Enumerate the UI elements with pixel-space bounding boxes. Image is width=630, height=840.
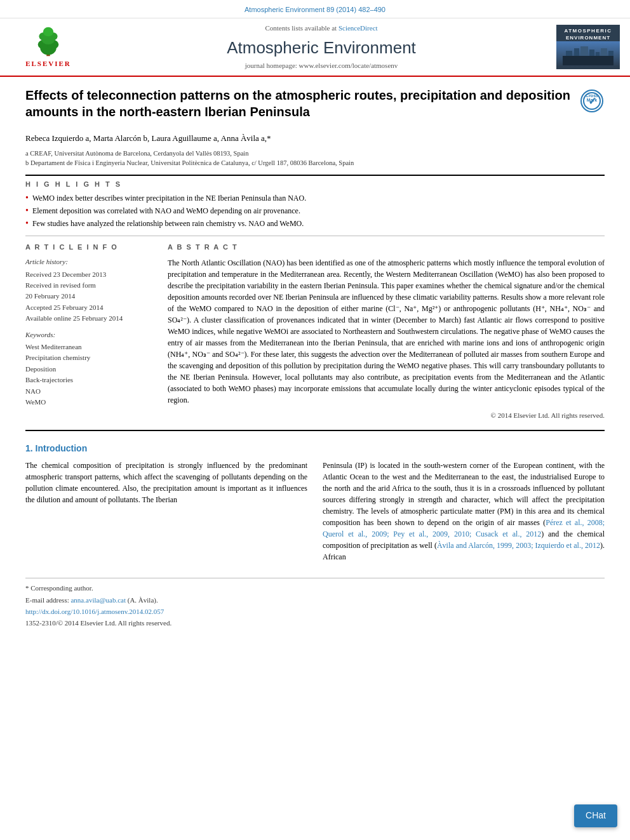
elsevier-wordmark: ELSEVIER (25, 59, 71, 69)
keyword-5: NAO (25, 387, 152, 396)
svg-text:Cross: Cross (586, 93, 598, 98)
abstract-col: A B S T R A C T The North Atlantic Oscil… (168, 243, 605, 421)
svg-rect-15 (608, 51, 613, 56)
contents-line: Contents lists available at ScienceDirec… (86, 23, 556, 33)
footnote-issn: 1352-2310/© 2014 Elsevier Ltd. All right… (25, 618, 605, 628)
crossmark-area: ✓ Cross Mark (579, 90, 605, 112)
issn-text: 1352-2310/© 2014 Elsevier Ltd. All right… (25, 619, 171, 627)
history-label: Article history: (25, 257, 152, 267)
journal-citation: Atmospheric Environment 89 (2014) 482–49… (245, 6, 385, 13)
abstract-label: A B S T R A C T (168, 243, 605, 252)
footnote-doi: http://dx.doi.org/10.1016/j.atmosenv.201… (25, 607, 605, 617)
abstract-text: The North Atlantic Oscillation (NAO) has… (168, 257, 605, 406)
footnote-section: * Corresponding author. E-mail address: … (25, 578, 605, 629)
authors: Rebeca Izquierdo a, Marta Alarcón b, Lau… (25, 133, 605, 144)
highlights-label: H I G H L I G H T S (25, 180, 605, 189)
history-item-5: Available online 25 February 2014 (25, 314, 152, 323)
elsevier-logo: ELSEVIER (25, 26, 71, 69)
article-info-col: A R T I C L E I N F O Article history: R… (25, 243, 152, 421)
crossmark-icon: ✓ Cross Mark (582, 91, 601, 110)
corresponding-label: * Corresponding author. (25, 584, 93, 592)
history-item-1: Received 23 December 2013 (25, 270, 152, 279)
intro-para-2: Peninsula (IP) is located in the south-w… (323, 460, 605, 563)
svg-rect-13 (596, 52, 600, 56)
chat-button[interactable]: CHat (574, 804, 617, 827)
svg-text:Mark: Mark (587, 98, 597, 102)
footnote-corresponding: * Corresponding author. (25, 583, 605, 593)
highlight-text-2: Element deposition was correlated with N… (32, 206, 300, 217)
introduction-section: 1. Introduction The chemical composition… (25, 443, 605, 568)
keywords-label: Keywords: (25, 330, 152, 340)
divider-2 (25, 430, 605, 431)
highlight-item-3: • Few studies have analyzed the relation… (25, 218, 605, 229)
svg-point-7 (43, 27, 53, 36)
badge-line2: ENVIRONMENT (566, 34, 610, 41)
affiliation-b: b Departament de Física i Enginyeria Nuc… (25, 158, 605, 168)
svg-rect-11 (580, 46, 588, 56)
bullet-icon-3: • (25, 218, 29, 229)
intro-para-1: The chemical composition of precipitatio… (25, 460, 307, 505)
highlight-item-2: • Element deposition was correlated with… (25, 206, 605, 217)
intro-title: 1. Introduction (25, 443, 605, 455)
svg-rect-14 (601, 48, 607, 56)
affiliation-a: a CREAF, Universitat Autònoma de Barcelo… (25, 149, 605, 159)
highlight-item-1: • WeMO index better describes winter pre… (25, 193, 605, 204)
divider-1 (25, 236, 605, 236)
history-item-4: Accepted 25 February 2014 (25, 303, 152, 312)
journal-title: Atmospheric Environment (86, 36, 556, 59)
doi-link[interactable]: http://dx.doi.org/10.1016/j.atmosenv.201… (25, 608, 164, 615)
intro-two-col: The chemical composition of precipitatio… (25, 460, 605, 568)
bullet-icon-2: • (25, 206, 29, 217)
highlight-text-1: WeMO index better describes winter preci… (32, 193, 306, 204)
crossmark-badge: ✓ Cross Mark (580, 90, 603, 112)
keyword-1: West Mediterranean (25, 342, 152, 352)
email-label: E-mail address: (25, 596, 69, 604)
intro-col-1: The chemical composition of precipitatio… (25, 460, 307, 568)
keyword-3: Deposition (25, 364, 152, 374)
journal-header-center: Contents lists available at ScienceDirec… (86, 23, 556, 70)
ref-link-2[interactable]: Àvila and Alarcón, 1999, 2003; Izquierdo… (437, 541, 600, 550)
history-item-3: 20 February 2014 (25, 291, 152, 301)
article-info-label: A R T I C L E I N F O (25, 243, 152, 252)
email-link[interactable]: anna.avila@uab.cat (70, 596, 125, 604)
intro-col-2: Peninsula (IP) is located in the south-w… (323, 460, 605, 568)
svg-rect-12 (589, 50, 594, 56)
svg-rect-8 (563, 56, 613, 65)
keyword-6: WeMO (25, 397, 152, 407)
history-item-2: Received in revised form (25, 281, 152, 290)
journal-homepage: journal homepage: www.elsevier.com/locat… (86, 61, 556, 70)
badge-image (556, 41, 620, 67)
cityscape-icon (563, 43, 613, 65)
highlights-section: H I G H L I G H T S • WeMO index better … (25, 180, 605, 229)
elsevier-tree-icon (29, 26, 67, 58)
article-info-abstract: A R T I C L E I N F O Article history: R… (25, 243, 605, 421)
badge-line1: ATMOSPHERIC (564, 27, 612, 34)
article-title-section: Effects of teleconnection patterns on th… (25, 87, 605, 125)
article-title: Effects of teleconnection patterns on th… (25, 87, 572, 120)
sciencedirect-link[interactable]: ScienceDirect (338, 24, 378, 32)
main-content: Effects of teleconnection patterns on th… (0, 77, 630, 640)
ref-link-1[interactable]: Pérez et al., 2008; Querol et al., 2009;… (323, 518, 605, 538)
journal-bar: Atmospheric Environment 89 (2014) 482–49… (0, 0, 630, 18)
divider-thick (25, 175, 605, 176)
svg-rect-9 (566, 51, 572, 56)
footnote-email: E-mail address: anna.avila@uab.cat (A. À… (25, 596, 605, 605)
journal-badge: ATMOSPHERIC ENVIRONMENT (556, 25, 620, 69)
affiliations: a CREAF, Universitat Autònoma de Barcelo… (25, 149, 605, 169)
highlight-text-3: Few studies have analyzed the relationsh… (32, 218, 304, 229)
header-section: ELSEVIER Contents lists available at Sci… (0, 18, 630, 77)
authors-text: Rebeca Izquierdo a, Marta Alarcón b, Lau… (25, 133, 271, 143)
email-suffix: (A. Àvila). (128, 596, 158, 604)
bullet-icon-1: • (25, 193, 29, 204)
contents-text: Contents lists available at (265, 24, 337, 32)
elsevier-logo-area: ELSEVIER (10, 26, 86, 69)
svg-rect-10 (574, 48, 579, 56)
keyword-4: Back-trajectories (25, 375, 152, 385)
keyword-2: Precipitation chemistry (25, 353, 152, 363)
copyright: © 2014 Elsevier Ltd. All rights reserved… (168, 411, 605, 420)
